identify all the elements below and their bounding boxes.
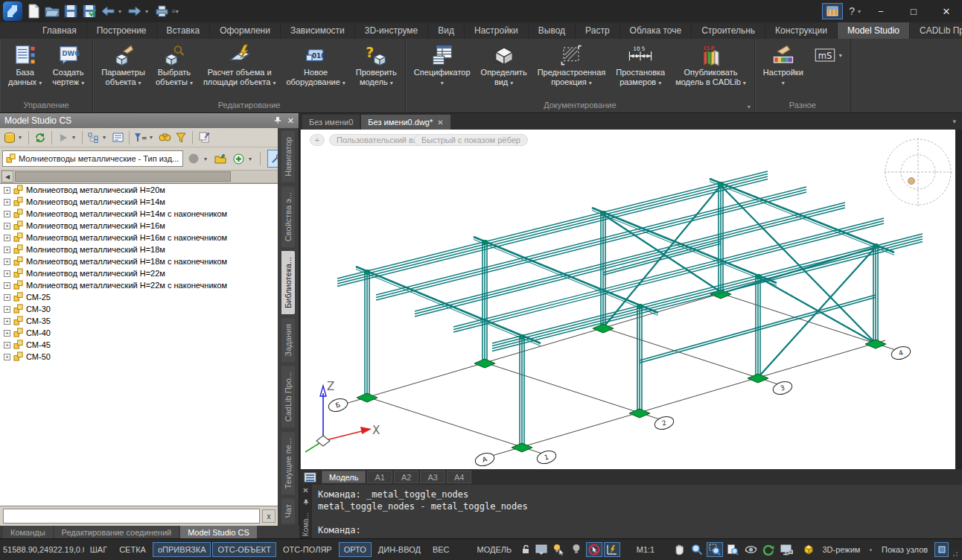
ribbon-button-equipment[interactable]: 010 Новоеоборудование ▾ <box>281 40 350 100</box>
close-button[interactable]: ✕ <box>931 1 962 22</box>
layout-tab-А2[interactable]: А2 <box>394 471 418 483</box>
ribbon-tab-Оформлени[interactable]: Оформлени <box>210 22 281 39</box>
expand-icon[interactable]: + <box>4 282 10 289</box>
lock-icon[interactable] <box>518 542 532 557</box>
status-toggle-ОРТО[interactable]: ОРТО <box>339 542 372 557</box>
expand-icon[interactable]: + <box>4 258 10 265</box>
status-toggle-СЕТКА[interactable]: СЕТКА <box>114 542 151 557</box>
panel-tab-Model Studio CS[interactable]: Model Studio CS <box>180 526 257 538</box>
status-toggle-оПРИВЯЗКА[interactable]: оПРИВЯЗКА <box>153 542 211 557</box>
expand-icon[interactable]: + <box>4 246 10 253</box>
expand-icon[interactable]: + <box>4 330 10 337</box>
add-dropdown-icon[interactable]: ▾ <box>249 156 255 162</box>
side-tab-CadLib Про...[interactable]: CadLib Про... <box>281 366 295 427</box>
tree-item[interactable]: + Молниеотвод металлический Н=22м <box>0 267 278 279</box>
ribbon-tab-Конструкции[interactable]: Конструкции <box>765 22 838 39</box>
open-folder-icon[interactable] <box>213 151 228 166</box>
status-toggle-ШАГ[interactable]: ШАГ <box>85 542 112 557</box>
ribbon-button-define-view[interactable]: Определитьвид ▾ <box>476 40 532 100</box>
panel-tab-Команды[interactable]: Команды <box>3 526 53 538</box>
zoom-window-icon[interactable] <box>707 542 723 557</box>
back-arrow-icon[interactable] <box>100 3 116 19</box>
side-tab-Чат[interactable]: Чат <box>281 498 295 524</box>
zoom-icon[interactable] <box>689 542 705 557</box>
ribbon-tab-Model Studio[interactable]: Model Studio <box>838 22 910 39</box>
save-check-icon[interactable] <box>81 3 98 19</box>
nodes-toggle-icon[interactable] <box>934 542 949 557</box>
layer-color-circle-icon[interactable] <box>186 151 201 166</box>
tree-item[interactable]: + СМ-45 <box>0 339 278 351</box>
tree-item[interactable]: + Молниеотвод металлический Н=14м <box>0 196 278 208</box>
side-tab-Задания[interactable]: Задания <box>281 318 295 362</box>
expand-icon[interactable]: + <box>4 199 10 206</box>
command-history[interactable]: Команда: _metal_toggle_nodes metal_toggl… <box>312 485 962 538</box>
drawing-viewport[interactable]: + Пользовательский вид Быстрый с показом… <box>300 130 955 469</box>
model-space-button[interactable]: МОДЕЛЬ <box>472 542 517 557</box>
open-file-icon[interactable] <box>44 3 60 19</box>
status-toggle-ОТС-ОБЪЕКТ[interactable]: ОТС-ОБЪЕКТ <box>212 542 275 557</box>
ribbon-button-dwg-page[interactable]: DWG Создатьчертеж ▾ <box>47 40 89 100</box>
tab-close-icon[interactable]: ✕ <box>437 118 443 127</box>
view-compass[interactable] <box>884 138 952 206</box>
group-more-icon[interactable]: ▾ <box>748 101 751 112</box>
document-tab[interactable]: Без имени0.dwg*✕ <box>361 115 450 130</box>
status-toggle-ОТС-ПОЛЯР[interactable]: ОТС-ПОЛЯР <box>278 542 337 557</box>
zoom-extents-icon[interactable] <box>724 542 741 557</box>
dropdown-icon[interactable]: ▾ <box>145 8 151 15</box>
ribbon-button-preset-projection[interactable]: Преднастроеннаяпроекция ▾ <box>532 40 611 100</box>
expand-icon[interactable]: + <box>4 270 10 277</box>
show-nodes-button[interactable]: Показ узлов <box>876 542 933 557</box>
status-toggle-ВЕС[interactable]: ВЕС <box>427 542 455 557</box>
library-filter-combo[interactable]: Молниеотводы металлические - Тип изд... <box>2 150 183 167</box>
pan-icon[interactable] <box>671 542 687 557</box>
highlight-icon[interactable] <box>568 542 584 557</box>
layout-tab-А1[interactable]: А1 <box>367 471 392 483</box>
find-icon[interactable] <box>157 130 172 145</box>
tree-item[interactable]: + Молниеотвод металлический Н=16м <box>0 220 278 232</box>
tree-item[interactable]: + Молниеотвод металлический Н=20м <box>0 184 278 196</box>
ribbon-tab-Вставка[interactable]: Вставка <box>157 22 211 39</box>
layout-list-icon[interactable] <box>302 470 317 485</box>
ribbon-tab-Вывод[interactable]: Вывод <box>529 22 576 39</box>
status-toggle-ДИН-ВВОД[interactable]: ДИН-ВВОД <box>373 542 426 557</box>
command-close-icon[interactable]: ✕ <box>302 486 308 494</box>
expand-icon[interactable]: + <box>4 223 10 229</box>
expand-icon[interactable]: + <box>4 318 10 325</box>
panel-horizontal-scrollbar[interactable]: ◀ ▶ <box>1 170 298 183</box>
save-icon[interactable] <box>63 3 79 19</box>
tree-item[interactable]: + СМ-25 <box>0 291 278 303</box>
new-view-button[interactable]: + <box>310 134 325 146</box>
tree-item[interactable]: + Молниеотвод металлический Н=18м <box>0 244 278 255</box>
dropdown-icon[interactable]: ▾ <box>118 8 124 15</box>
ribbon-toggle-icon[interactable] <box>822 3 843 19</box>
ribbon-button-ms-box[interactable]: mS▾ <box>809 40 847 100</box>
ribbon-button-settings-hand[interactable]: Настройки ▾ <box>758 40 809 100</box>
layout-tab-Модель[interactable]: Модель <box>322 471 366 483</box>
ribbon-tab-Зависимости[interactable]: Зависимости <box>281 22 355 39</box>
help-dropdown-icon[interactable]: ▾ <box>858 8 864 15</box>
expand-icon[interactable]: + <box>4 306 10 313</box>
ribbon-tab-Построение[interactable]: Построение <box>87 22 157 39</box>
funnel-icon[interactable] <box>173 130 188 145</box>
tree-item[interactable]: + СМ-35 <box>0 315 278 327</box>
expand-icon[interactable]: + <box>4 187 10 194</box>
new-file-icon[interactable] <box>25 3 42 19</box>
play-icon[interactable] <box>56 130 71 145</box>
highlight-cursor-icon[interactable] <box>550 542 567 557</box>
ribbon-button-hand-cube[interactable]: Параметрыобъекта ▾ <box>96 40 150 100</box>
side-tab-Навигатор[interactable]: Навигатор <box>281 131 295 182</box>
dropdown-icon[interactable]: ▾ <box>103 134 109 141</box>
filter-icon[interactable]: = <box>133 130 148 145</box>
copy-icon[interactable] <box>197 130 211 145</box>
minimize-button[interactable]: − <box>865 1 896 22</box>
expand-icon[interactable]: + <box>4 354 10 360</box>
qat-customize-icon[interactable]: ≡▾ <box>172 8 182 15</box>
db-icon[interactable] <box>2 130 17 145</box>
add-green-icon[interactable] <box>231 151 246 166</box>
expand-icon[interactable]: + <box>4 294 10 301</box>
ribbon-tab-Растр[interactable]: Растр <box>576 22 619 39</box>
layout-tab-А3[interactable]: А3 <box>420 471 445 483</box>
dropdown-icon[interactable]: ▾ <box>19 134 25 141</box>
3d-mode-icon[interactable] <box>801 542 815 557</box>
expand-icon[interactable]: + <box>4 342 10 349</box>
